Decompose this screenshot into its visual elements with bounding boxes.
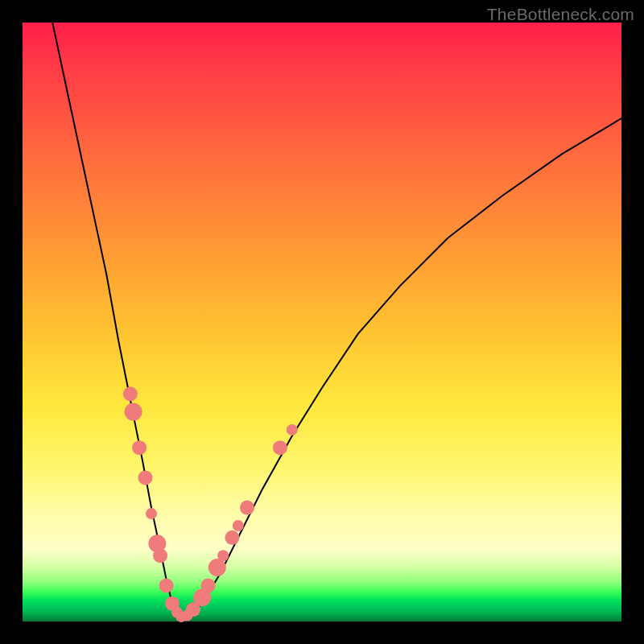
plot-area: [23, 23, 621, 621]
data-point-p3: [132, 440, 147, 455]
data-point-p4: [138, 470, 153, 485]
data-point-p16: [208, 559, 226, 576]
data-point-p21: [273, 440, 287, 455]
data-point-p20: [240, 501, 254, 515]
data-point-p18: [225, 530, 239, 545]
data-point-p2: [125, 403, 142, 421]
data-point-p7: [153, 548, 167, 563]
data-point-p5: [146, 508, 157, 519]
data-point-p8: [159, 578, 174, 592]
chart-frame: TheBottleneck.com: [0, 0, 644, 644]
data-points: [123, 386, 298, 622]
data-point-p1: [123, 386, 138, 401]
watermark-text: TheBottleneck.com: [487, 5, 634, 24]
bottleneck-curve: [52, 23, 621, 618]
data-point-p15: [201, 578, 216, 592]
data-point-p17: [217, 550, 229, 561]
data-point-p19: [233, 520, 244, 531]
chart-svg: [23, 23, 621, 621]
data-point-p22: [287, 424, 298, 436]
